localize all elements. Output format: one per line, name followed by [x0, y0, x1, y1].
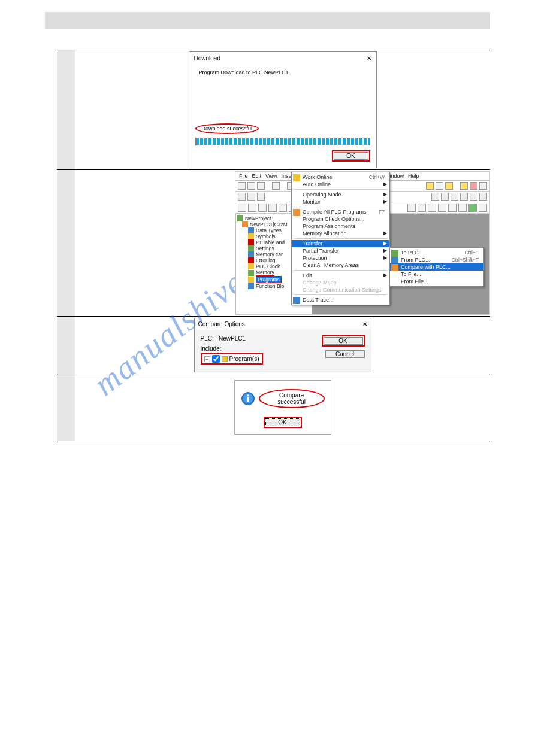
plc-dropdown-menu: Work OnlineCtrl+W Auto Online▶ Operating… [291, 172, 390, 305]
info-icon[interactable] [426, 182, 434, 190]
download-message: Program Download to PLC NewPLC1 [199, 69, 370, 75]
tb3-icon[interactable] [458, 204, 467, 212]
tb3-icon[interactable] [279, 204, 287, 212]
row-leftcol [57, 317, 75, 374]
row-leftcol [57, 50, 75, 169]
tb3-icon[interactable] [238, 204, 246, 212]
tb3-icon[interactable] [418, 204, 426, 212]
save-icon[interactable] [257, 182, 265, 190]
row-compare-success: Compare successful OK [57, 374, 490, 441]
download-body: Program Download to PLC NewPLC1 Download… [189, 69, 376, 168]
download-ok-highlight: OK [332, 150, 370, 162]
compare-cancel-button[interactable]: Cancel [325, 350, 365, 358]
tool3-icon[interactable] [451, 193, 458, 201]
programs-checkbox-group[interactable]: + Program(s) [201, 353, 263, 365]
download-ok-button[interactable]: OK [334, 152, 368, 160]
print-icon[interactable] [272, 182, 280, 190]
tb3-icon[interactable] [448, 204, 457, 212]
compare-success-ok-button[interactable]: OK [265, 418, 300, 426]
compare-ok-highlight: OK [322, 335, 365, 347]
menu-partial-transfer[interactable]: Partial Transfer▶ [292, 247, 389, 254]
tb3-icon[interactable] [479, 204, 487, 212]
menu-mem-alloc[interactable]: Memory Allocation▶ [292, 230, 389, 237]
tree-expand-icon[interactable]: + [204, 356, 210, 362]
row-compare-options: Compare Options ✕ PLC: NewPLC1 Include: … [57, 317, 490, 374]
menu-operating-mode[interactable]: Operating Mode▶ [292, 191, 389, 198]
zoom3-icon[interactable] [257, 193, 265, 201]
open-icon[interactable] [247, 182, 255, 190]
compare-success-dialog: Compare successful OK [234, 380, 331, 435]
compare-options-body: PLC: NewPLC1 Include: + Program(s) [195, 330, 371, 372]
progress-bar [195, 138, 370, 145]
close-icon[interactable]: ✕ [362, 321, 367, 327]
tool4-icon[interactable] [460, 193, 468, 201]
page-header-bar [45, 12, 490, 29]
tool2-icon[interactable] [441, 193, 449, 201]
menu-work-online[interactable]: Work OnlineCtrl+W [292, 174, 389, 181]
row-ide: File Edit View Insert PLC Program Simula… [57, 170, 490, 317]
compare-options-dialog: Compare Options ✕ PLC: NewPLC1 Include: … [194, 318, 371, 372]
flag-icon[interactable] [445, 182, 453, 190]
row-leftcol [57, 170, 75, 316]
compare-ok-button[interactable]: OK [324, 337, 363, 345]
tb3-icon[interactable] [438, 204, 446, 212]
tool-icon[interactable] [431, 193, 439, 201]
zoom-icon[interactable] [238, 193, 246, 201]
download-status: Download successful [195, 123, 259, 134]
svg-rect-3 [247, 397, 249, 402]
menu-edit-sub[interactable]: Edit▶ [292, 272, 389, 279]
close-icon[interactable]: ✕ [367, 55, 371, 62]
info-icon [241, 391, 255, 406]
download-titlebar: Download ✕ [189, 52, 376, 66]
ide-body: NewProject NewPLC1[CJ2M Data Types Symbo… [235, 214, 489, 314]
play-icon[interactable] [468, 204, 477, 212]
tb3-icon[interactable] [258, 204, 267, 212]
programs-label: Program(s) [229, 356, 259, 362]
row-rightcol: Download ✕ Program Download to PLC NewPL… [75, 50, 490, 169]
include-label: Include: [201, 345, 319, 352]
plc-value: NewPLC1 [219, 335, 246, 342]
submenu-from-plc[interactable]: From PLC...Ctrl+Shift+T [390, 256, 483, 263]
row-leftcol [57, 374, 75, 441]
compare-success-ok-highlight: OK [264, 417, 302, 428]
row-rightcol: Compare Options ✕ PLC: NewPLC1 Include: … [75, 317, 490, 374]
tb3-icon[interactable] [268, 204, 277, 212]
row-download: Download ✕ Program Download to PLC NewPL… [57, 50, 490, 170]
menu-transfer[interactable]: Transfer▶ [292, 240, 389, 247]
download-title: Download [194, 55, 220, 62]
tool6-icon[interactable] [479, 193, 487, 201]
row-rightcol: File Edit View Insert PLC Program Simula… [75, 170, 490, 316]
compare-options-titlebar: Compare Options ✕ [195, 318, 371, 330]
menu-clear-mem[interactable]: Clear All Memory Areas [292, 262, 389, 269]
programs-checkbox[interactable] [212, 355, 220, 363]
compare-options-title: Compare Options [198, 321, 245, 327]
tool5-icon[interactable] [470, 193, 477, 201]
menu-edit[interactable]: Edit [252, 173, 262, 179]
submenu-from-file[interactable]: From File... [390, 278, 483, 285]
content-table: Download ✕ Program Download to PLC NewPL… [57, 50, 490, 441]
find-icon[interactable] [479, 182, 487, 190]
menu-data-trace[interactable]: Data Trace... [292, 296, 389, 303]
menu-monitor[interactable]: Monitor▶ [292, 198, 389, 205]
tb3-icon[interactable] [407, 204, 416, 212]
help-icon[interactable] [436, 182, 443, 190]
programs-icon [222, 356, 228, 362]
user-icon[interactable] [470, 182, 477, 190]
submenu-to-file[interactable]: To File... [390, 271, 483, 278]
menu-help[interactable]: Help [408, 173, 419, 179]
menu-protection[interactable]: Protection▶ [292, 254, 389, 262]
menu-view[interactable]: View [265, 173, 277, 179]
tb3-icon[interactable] [248, 204, 256, 212]
tb3-icon[interactable] [428, 204, 436, 212]
zoom2-icon[interactable] [247, 193, 255, 201]
submenu-to-plc[interactable]: To PLC...Ctrl+T [390, 249, 483, 256]
warn-icon[interactable] [460, 182, 468, 190]
menu-file[interactable]: File [239, 173, 248, 179]
submenu-compare-with-plc[interactable]: Compare with PLC... [390, 263, 483, 271]
menu-compile-all[interactable]: Compile All PLC ProgramsF7 [292, 208, 389, 215]
transfer-submenu: To PLC...Ctrl+T From PLC...Ctrl+Shift+T … [389, 247, 484, 287]
new-icon[interactable] [238, 182, 246, 190]
menu-auto-online[interactable]: Auto Online▶ [292, 181, 389, 188]
menu-prog-assign[interactable]: Program Assignments [292, 223, 389, 230]
menu-prog-check[interactable]: Program Check Options... [292, 215, 389, 223]
